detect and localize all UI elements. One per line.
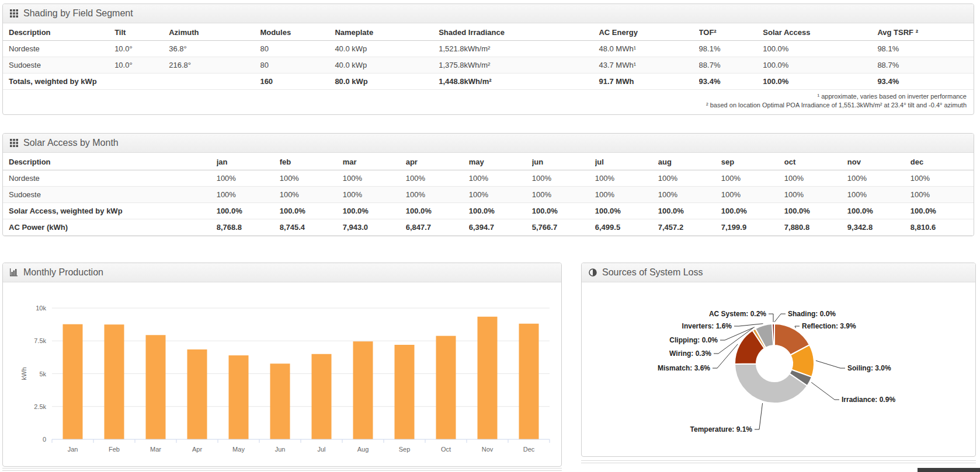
bar[interactable] [519,324,539,439]
footnote-1: ¹ approximate, varies based on inverter … [3,92,967,101]
column-header: Description [3,23,114,41]
bar[interactable] [353,341,373,439]
table-cell: 98.1% [699,41,763,57]
table-cell: 100.0% [280,203,343,219]
x-tick-label: Aug [357,446,369,453]
shading-table: DescriptionTiltAzimuthModulesNameplateSh… [3,23,974,90]
table-cell: 40.0 kWp [335,57,439,74]
table-cell: 100% [406,170,469,187]
bar[interactable] [395,345,415,439]
table-cell: Sudoeste [3,187,217,203]
table-cell: 100% [721,170,784,187]
table-cell: 100.0% [532,203,595,219]
table-cell: 93.4% [877,74,974,90]
x-tick-label: Apr [192,446,202,453]
slice-label: AC System: 0.2% [709,310,766,318]
bar[interactable] [63,324,83,439]
y-tick-label: 7.5k [34,337,46,344]
table-cell: 6,847.7 [406,219,469,236]
table-cell: 100% [343,187,406,203]
panel-title: Monthly Production [23,267,103,278]
table-cell: 100% [280,170,343,187]
column-header: Avg TSRF ² [877,23,974,41]
table-cell: 100.0% [911,203,974,219]
table-cell: 100% [847,187,911,203]
table-cell: 88.7% [699,57,763,74]
table-cell: 100.0% [217,203,280,219]
slice-label: Wiring: 0.3% [669,349,711,358]
table-cell: 100% [217,170,280,187]
table-row: Totals, weighted by kWp16080.0 kWp1,448.… [3,74,974,90]
table-cell: 100.0% [469,203,532,219]
table-cell: 80 [260,41,335,57]
column-header: AC Energy [599,23,698,41]
next-card-edge [581,463,976,463]
x-tick-label: Feb [109,446,120,453]
table-cell: 100.0% [763,74,877,90]
bar[interactable] [146,335,166,439]
bar[interactable] [312,354,332,439]
table-cell: 100% [658,187,721,203]
x-tick-label: Jul [317,446,325,453]
table-cell: 36.8° [169,41,260,57]
table-cell [114,74,169,90]
bar[interactable] [270,363,290,439]
y-axis-label: kWh [20,368,27,380]
bar[interactable] [105,324,124,439]
bar[interactable] [436,336,456,439]
bar[interactable] [229,355,249,439]
column-header: aug [658,153,721,170]
column-header: Modules [260,23,335,41]
table-cell: 1,448.8kWh/m² [439,74,599,90]
x-tick-label: Mar [150,446,161,453]
x-tick-label: Nov [482,446,494,453]
column-header: mar [343,153,406,170]
slice-label: Shading: 0.0% [788,310,836,318]
table-cell: 100% [217,187,280,203]
x-tick-label: May [232,446,245,453]
table-cell: 100% [469,170,532,187]
table-cell: 100.0% [784,203,847,219]
column-header: TOF² [699,23,763,41]
table-cell: 1,375.8kWh/m² [439,57,599,74]
table-cell: Solar Access, weighted by kWp [3,203,217,219]
table-cell: 100% [280,187,343,203]
bar[interactable] [478,317,498,439]
table-cell: 7,943.0 [343,219,406,236]
table-cell: 48.0 MWh¹ [599,41,698,57]
bar[interactable] [187,349,207,439]
monthly-production-panel: Monthly Production 02.5k5k7.5k10kkWhJanF… [2,263,562,467]
scrollbar-thumb[interactable] [918,468,980,472]
table-cell: 100.0% [658,203,721,219]
x-tick-label: Oct [441,446,451,453]
bar-chart-icon [10,268,18,277]
table-row: Solar Access, weighted by kWp100.0%100.0… [3,203,974,219]
table-cell: 100% [658,170,721,187]
shading-by-field-segment-panel: Shading by Field Segment DescriptionTilt… [2,4,974,115]
table-cell: 10.0° [114,41,169,57]
table-footnotes: ¹ approximate, varies based on inverter … [3,90,974,114]
table-cell: 8,745.4 [280,219,343,236]
pie-chart-icon [589,268,597,277]
table-cell: 6,394.7 [469,219,532,236]
column-header: oct [784,153,847,170]
y-tick-label: 0 [43,436,46,443]
label-leader-line [795,326,800,328]
y-tick-label: 2.5k [34,403,46,410]
table-cell: 7,199.9 [721,219,784,236]
table-cell: 100.0% [721,203,784,219]
table-cell: 91.7 MWh [599,74,698,90]
table-cell: 7,457.2 [658,219,721,236]
table-cell: 100.0% [595,203,658,219]
slice-label: Clipping: 0.0% [669,336,718,344]
table-cell: 10.0° [114,57,169,74]
table-cell: 100% [595,187,658,203]
table-cell: 40.0 kWp [335,41,439,57]
slice-label: Mismatch: 3.6% [658,364,710,372]
label-leader-line [816,361,845,368]
table-cell: 6,499.5 [595,219,658,236]
column-header: sep [721,153,784,170]
table-cell: 100% [784,170,847,187]
solar-access-by-month-panel: Solar Access by Month Descriptionjanfebm… [2,133,974,236]
table-cell: 100% [911,187,974,203]
